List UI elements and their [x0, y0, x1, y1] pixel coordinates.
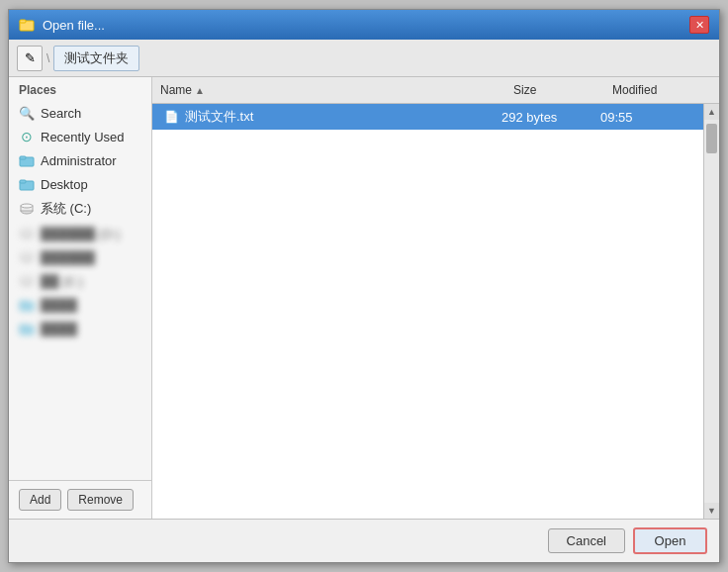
svg-rect-3: [20, 156, 26, 159]
file-cell-size: 292 bytes: [498, 109, 596, 126]
sidebar-item-drive-e[interactable]: ██████: [9, 245, 151, 269]
svg-point-11: [21, 229, 33, 233]
sidebar: Places 🔍 Search ⊙ Recently Used Administ…: [9, 77, 152, 519]
sidebar-buttons: Add Remove: [9, 480, 151, 519]
title-text: Open file...: [43, 18, 105, 33]
sidebar-item-folder-h-label: ████: [41, 322, 77, 336]
sidebar-item-system-c[interactable]: 系统 (C:): [9, 196, 151, 222]
sidebar-item-recently-used[interactable]: ⊙ Recently Used: [9, 125, 151, 148]
file-content: 📄 测试文件.txt 292 bytes 09:55 ▲ ▼: [152, 104, 719, 519]
svg-point-17: [21, 276, 33, 280]
sidebar-item-system-c-label: 系统 (C:): [41, 200, 91, 218]
svg-rect-19: [20, 301, 26, 304]
file-icon: 📄: [164, 110, 179, 124]
sidebar-item-search[interactable]: 🔍 Search: [9, 101, 151, 125]
close-button[interactable]: ✕: [689, 16, 709, 34]
sidebar-spacer: [9, 340, 151, 480]
dialog-icon: [19, 17, 35, 33]
sidebar-item-folder-g-label: ████: [41, 298, 77, 313]
scrollbar-down-arrow[interactable]: ▼: [704, 503, 719, 519]
drive-d-icon: [19, 226, 35, 241]
file-cell-name: 📄 测试文件.txt: [160, 107, 498, 127]
bottom-bar: Cancel Open: [9, 519, 719, 562]
sidebar-item-drive-f-label: ██ (E:): [41, 274, 83, 289]
current-folder-label: 测试文件夹: [53, 46, 139, 71]
sidebar-item-folder-h[interactable]: ████: [9, 317, 151, 340]
file-cell-modified: 09:55: [596, 109, 695, 126]
system-c-icon: [19, 201, 35, 217]
header-modified[interactable]: Modified: [604, 81, 703, 99]
recently-used-icon: ⊙: [19, 129, 35, 144]
svg-point-14: [21, 252, 33, 256]
scrollbar-thumb[interactable]: [706, 124, 717, 153]
drive-f-icon: [19, 273, 35, 289]
file-area: Name ▲ Size Modified 📄 测试文件.tx: [152, 77, 719, 519]
header-modified-label: Modified: [612, 83, 657, 97]
sidebar-item-desktop[interactable]: Desktop: [9, 172, 151, 196]
table-row[interactable]: 📄 测试文件.txt 292 bytes 09:55: [152, 104, 703, 130]
file-name: 测试文件.txt: [185, 108, 253, 126]
add-button[interactable]: Add: [19, 489, 61, 511]
scrollbar[interactable]: ▲ ▼: [703, 104, 719, 519]
svg-rect-1: [20, 20, 26, 23]
header-name[interactable]: Name ▲: [152, 81, 505, 99]
open-file-dialog: Open file... ✕ ✎ \ 测试文件夹 Places 🔍 Search…: [8, 9, 720, 563]
edit-icon: ✎: [25, 50, 36, 65]
open-button[interactable]: Open: [633, 527, 707, 554]
svg-rect-5: [20, 180, 26, 183]
header-size[interactable]: Size: [505, 81, 604, 99]
file-header: Name ▲ Size Modified: [152, 77, 719, 104]
sidebar-header: Places: [9, 77, 151, 101]
toolbar: ✎ \ 测试文件夹: [9, 40, 719, 77]
scrollbar-track[interactable]: [704, 120, 719, 503]
administrator-folder-icon: [19, 152, 35, 168]
sidebar-item-drive-e-label: ██████: [41, 250, 95, 265]
title-bar: Open file... ✕: [9, 10, 719, 40]
search-icon: 🔍: [19, 105, 35, 121]
sidebar-item-drive-f[interactable]: ██ (E:): [9, 269, 151, 293]
sort-icon: ▲: [195, 85, 205, 96]
main-area: Places 🔍 Search ⊙ Recently Used Administ…: [9, 77, 719, 519]
sidebar-item-drive-d[interactable]: ██████ (D:): [9, 222, 151, 245]
header-scrollbar-spacer: [703, 81, 719, 99]
title-bar-left: Open file...: [19, 17, 105, 33]
svg-rect-21: [20, 325, 26, 328]
sidebar-item-search-label: Search: [41, 106, 81, 121]
folder-g-icon: [19, 297, 35, 313]
edit-button[interactable]: ✎: [17, 46, 43, 71]
desktop-folder-icon: [19, 176, 35, 192]
cancel-button[interactable]: Cancel: [548, 528, 625, 553]
header-name-label: Name: [160, 83, 192, 97]
sidebar-item-administrator-label: Administrator: [41, 153, 117, 168]
file-list: 📄 测试文件.txt 292 bytes 09:55: [152, 104, 703, 519]
scrollbar-up-arrow[interactable]: ▲: [704, 104, 719, 120]
drive-e-icon: [19, 249, 35, 265]
header-size-label: Size: [513, 83, 536, 97]
svg-point-8: [21, 204, 33, 208]
sidebar-item-drive-d-label: ██████ (D:): [41, 227, 121, 241]
folder-h-icon: [19, 321, 35, 336]
path-separator: \: [46, 51, 49, 65]
sidebar-item-desktop-label: Desktop: [41, 177, 88, 192]
sidebar-item-recently-used-label: Recently Used: [41, 130, 125, 144]
sidebar-item-administrator[interactable]: Administrator: [9, 148, 151, 172]
sidebar-item-folder-g[interactable]: ████: [9, 293, 151, 317]
remove-button[interactable]: Remove: [67, 489, 134, 511]
